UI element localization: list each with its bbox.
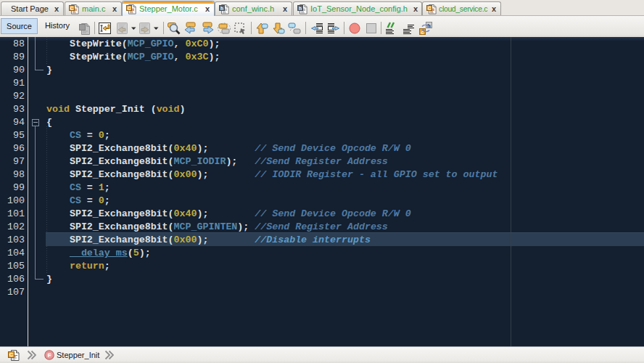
svg-text:C: C <box>70 5 74 10</box>
svg-text:C: C <box>9 351 14 358</box>
svg-text:C: C <box>128 5 131 10</box>
svg-text:h: h <box>220 5 223 10</box>
svg-text:F: F <box>48 352 51 359</box>
svg-text:h: h <box>299 5 302 10</box>
svg-text:C: C <box>428 5 432 10</box>
